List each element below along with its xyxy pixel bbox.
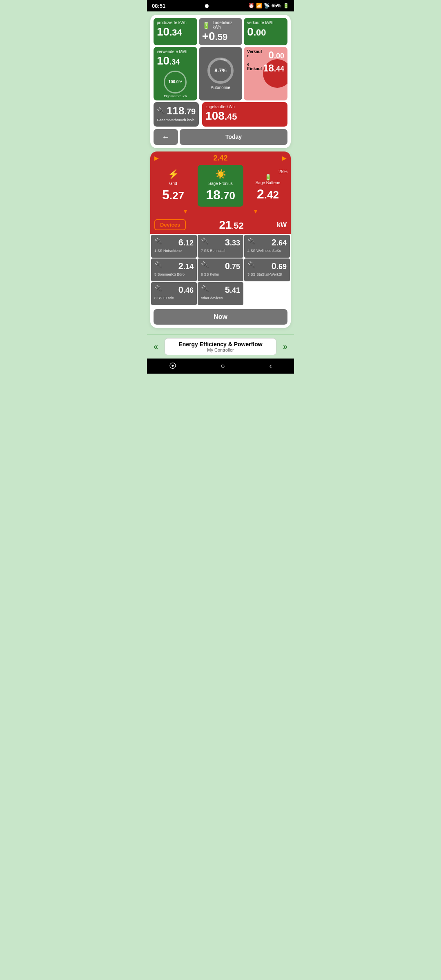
svg-point-0 [209, 59, 232, 82]
zugekaufte-label: zugekaufte kWh [205, 105, 284, 109]
solar-box: ☀️ Sage Fronius 18.70 [198, 165, 243, 207]
ladebilanz-dec: 59 [218, 32, 227, 42]
verkauf-label: Verkauf [247, 49, 262, 54]
back-button[interactable]: ← [154, 129, 178, 145]
alarm-icon: ⏰ [248, 3, 254, 9]
verkaufte-value: 0.00 [247, 26, 284, 38]
date-nav: ← Today [154, 129, 287, 145]
zugekaufte-int: 108 [205, 109, 225, 122]
devices-total-dec: 52 [234, 220, 243, 231]
device-cell-6: 🔌 0.46 8 SS ELade [151, 282, 197, 305]
recent-apps-button[interactable]: ⦿ [169, 362, 176, 370]
devices-unit: kW [277, 221, 287, 229]
produzierte-box: produzierte kWh 10.34 [154, 18, 197, 45]
device-icon-5: 🔌 [247, 261, 256, 269]
arrow-down-solar: ▾ [254, 207, 257, 215]
stats-row-2: verwendete kWh 10.34 100.0% Eigenverbrau… [154, 47, 287, 100]
device-val-6: 0.46 [178, 285, 194, 295]
status-time: 08:51 [152, 3, 165, 9]
battery-int: 2 [257, 187, 264, 201]
grid-dec: 27 [172, 189, 184, 202]
solar-icon: ☀️ [201, 169, 240, 180]
grid-int: 5 [162, 187, 169, 202]
devices-total: 21.52 [219, 218, 244, 232]
device-name-7: other devices [201, 296, 240, 300]
nav-subtitle: My Controller [170, 347, 271, 352]
verwendete-int: 10 [157, 54, 169, 67]
devices-button[interactable]: Devices [154, 219, 186, 230]
flow-value: 2.42 [213, 154, 227, 163]
einkauf-label: Einkauf [247, 67, 262, 71]
device-cell-0: 🔌 6.12 1 SS Notschiene [151, 235, 197, 258]
produzierte-dec: 34 [172, 27, 182, 38]
device-val-0: 6.12 [178, 237, 194, 248]
nav-left-arrow[interactable]: « [150, 340, 161, 353]
device-name-5: 3 SS StuStall-WerkSt [247, 272, 287, 276]
produzierte-value: 10.34 [157, 26, 194, 38]
device-cell-3: 🔌 2.14 5 SommerKü Büro [151, 258, 197, 281]
wifi-icon: 📶 [256, 3, 262, 9]
verwendete-dec: 34 [172, 58, 180, 66]
device-icon-4: 🔌 [201, 261, 209, 269]
zugekaufte-value: 108.45 [205, 110, 284, 122]
verkauf-val: 0.00 [269, 49, 284, 61]
autonomie-label: Autonomie [211, 85, 230, 90]
verkaufte-box: verkaufte kWh 0.00 [244, 18, 287, 45]
ladebilanz-value: +0.59 [202, 30, 239, 43]
einkauf-val: 18.44 [263, 62, 284, 74]
battery-pct: 25% [248, 169, 287, 174]
battery-icon: 🔋 [283, 3, 289, 9]
flow-main: ⚡ Grid 5.27 ☀️ Sage Fronius 18.70 25% 🔋 … [150, 165, 291, 207]
devices-total-int: 21 [219, 218, 232, 231]
einkauf-euro: € [247, 62, 262, 67]
back-nav-button[interactable]: ‹ [270, 362, 272, 370]
gesamtverbrauch-int: 118 [167, 105, 184, 117]
flow-header: ▶ 2.42 ▶ [150, 151, 291, 165]
device-name-1: 7 SS Rennstall [201, 249, 240, 253]
ladebilanz-box: 🔋 Ladebilanz kWh +0.59 [199, 18, 243, 45]
device-name-3: 5 SommerKü Büro [154, 272, 194, 276]
device-val-7: 5.41 [225, 285, 240, 295]
stats-row-3: 🔌 118.79 Gesamtverbrauch kWh zugekaufte … [154, 102, 287, 127]
nav-right-arrow[interactable]: » [280, 340, 291, 353]
device-cell-4: 🔌 0.75 6 SS Keller [198, 258, 243, 281]
verwendete-value: 10.34 [157, 55, 194, 67]
device-val-1: 3.33 [225, 237, 240, 248]
gesamtverbrauch-label: Gesamtverbrauch kWh [157, 118, 196, 122]
produzierte-label: produzierte kWh [157, 20, 194, 25]
bottom-nav: « Energy Efficiency & Powerflow My Contr… [147, 334, 294, 359]
solar-value: 18.70 [201, 187, 240, 203]
device-icon-0: 🔌 [154, 237, 163, 245]
battery-box: 25% 🔋 Sage Batterie 2.42 [245, 165, 291, 207]
device-val-5: 0.69 [272, 261, 287, 272]
battery-name: Sage Batterie [248, 180, 287, 185]
now-button[interactable]: Now [154, 309, 287, 325]
main-content: produzierte kWh 10.34 🔋 Ladebilanz kWh +… [147, 11, 294, 334]
verwendete-label: verwendete kWh [157, 49, 194, 54]
device-name-4: 6 SS Keller [201, 272, 240, 276]
autonomie-svg [207, 58, 234, 84]
grid-value: 5.27 [154, 187, 193, 203]
verkaufte-dec: 00 [256, 27, 266, 38]
gesamtverbrauch-dec: 79 [187, 107, 196, 116]
today-button[interactable]: Today [180, 129, 287, 145]
device-cell-2: 🔌 2.64 4 SS Wellness SoKu [244, 235, 290, 258]
flow-card: ▶ 2.42 ▶ ⚡ Grid 5.27 ☀️ Sage Fronius 18.… [150, 151, 291, 328]
device-icon-7: 🔌 [201, 285, 209, 292]
nav-center: Energy Efficiency & Powerflow My Control… [165, 338, 276, 355]
verkauf-einkauf-box: Verkauf € 0.00 € Einkauf 18.44 [244, 47, 287, 100]
nav-title: Energy Efficiency & Powerflow [170, 341, 271, 347]
device-name-0: 1 SS Notschiene [154, 249, 194, 253]
eigenverbrauch-pct: 100.0% [168, 80, 182, 84]
autonomie-box: 8.7% Autonomie [199, 47, 243, 100]
verkauf-euro: € [247, 54, 262, 58]
home-button[interactable]: ○ [221, 362, 225, 370]
device-name-2: 4 SS Wellness SoKu [247, 249, 287, 253]
stats-card: produzierte kWh 10.34 🔋 Ladebilanz kWh +… [150, 15, 291, 148]
flow-arrows: ▾ ▾ [150, 207, 291, 216]
devices-header: Devices 21.52 kW [150, 216, 291, 234]
battery-icon-flow: 🔋 [248, 174, 287, 180]
signal-icon: 📡 [264, 3, 270, 9]
flow-arrow-right: ▶ [282, 155, 287, 161]
grid-box: ⚡ Grid 5.27 [150, 165, 196, 207]
